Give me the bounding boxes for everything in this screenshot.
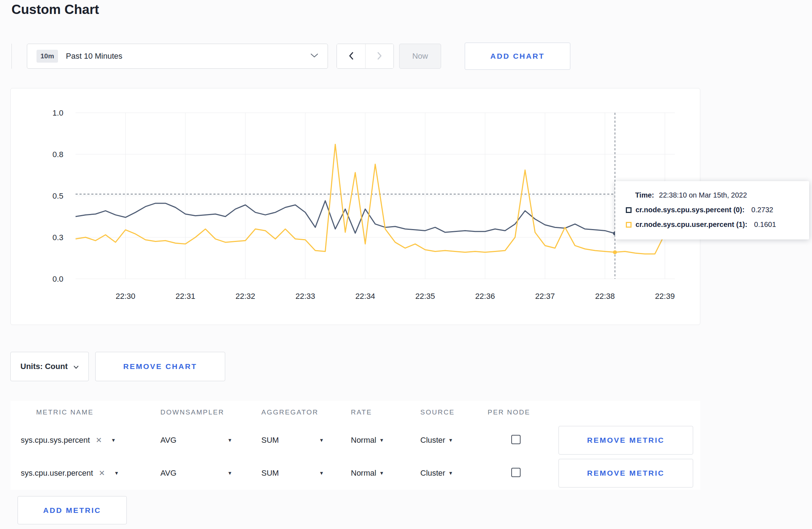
source-select[interactable]: Cluster ▾	[420, 436, 452, 445]
tooltip-series-name-user: cr.node.sys.cpu.user.percent (1):	[635, 220, 747, 229]
svg-text:22:38: 22:38	[595, 292, 615, 301]
metric-row: sys.cpu.sys.percent ✕ ▾ AVG ▾ SUM ▾ Norm…	[21, 424, 700, 457]
dropdown-arrow-icon: ▾	[380, 437, 383, 443]
dropdown-arrow-icon: ▾	[228, 470, 231, 476]
next-range-button[interactable]	[365, 44, 393, 68]
tooltip-time-value: 22:38:10 on Mar 15th, 2022	[659, 191, 747, 199]
per-node-checkbox[interactable]	[511, 468, 521, 477]
aggregator-value: SUM	[261, 436, 279, 445]
metric-name: sys.cpu.user.percent	[21, 469, 93, 478]
series-swatch-user	[626, 222, 632, 228]
time-range-label: Past 10 Minutes	[66, 52, 122, 61]
metric-row: sys.cpu.user.percent ✕ ▾ AVG ▾ SUM ▾ Nor…	[21, 457, 700, 490]
tooltip-series-value-sys: 0.2732	[751, 206, 773, 214]
metric-name: sys.cpu.sys.percent	[21, 436, 90, 445]
chart-tooltip: Time: 22:38:10 on Mar 15th, 2022 cr.node…	[615, 181, 809, 239]
svg-text:0.0: 0.0	[52, 275, 63, 283]
header-per-node: PER NODE	[488, 408, 559, 416]
line-chart[interactable]: 1.00.80.50.30.022:3022:3122:3222:3322:34…	[11, 88, 700, 325]
tooltip-series-row-sys: cr.node.sys.cpu.sys.percent (0): 0.2732	[626, 206, 798, 214]
downsampler-select[interactable]: AVG ▾	[160, 469, 231, 478]
dropdown-arrow-icon: ▾	[112, 437, 115, 443]
svg-text:22:34: 22:34	[356, 292, 375, 301]
per-node-checkbox[interactable]	[511, 435, 521, 444]
tooltip-series-value-user: 0.1601	[754, 220, 776, 229]
metrics-table-header: METRIC NAME DOWNSAMPLER AGGREGATOR RATE …	[21, 401, 700, 424]
dropdown-arrow-icon: ▾	[380, 470, 383, 476]
toolbar: 10m Past 10 Minutes Now ADD CHART	[11, 43, 570, 70]
dropdown-arrow-icon: ▾	[320, 437, 323, 443]
rate-value: Normal	[351, 436, 376, 445]
metric-name-select[interactable]: sys.cpu.sys.percent ✕ ▾	[21, 436, 115, 445]
dropdown-arrow-icon: ▾	[115, 470, 118, 476]
chevron-down-icon	[310, 53, 318, 59]
svg-text:1.0: 1.0	[52, 108, 63, 117]
toolbar-left-divider	[11, 44, 12, 69]
svg-text:22:33: 22:33	[295, 292, 315, 301]
svg-text:0.5: 0.5	[52, 191, 63, 200]
chevron-down-icon	[73, 362, 79, 371]
source-value: Cluster	[420, 469, 445, 478]
source-select[interactable]: Cluster ▾	[420, 469, 452, 478]
tooltip-time: Time: 22:38:10 on Mar 15th, 2022	[635, 191, 798, 199]
svg-text:22:32: 22:32	[236, 292, 255, 301]
svg-text:0.8: 0.8	[52, 150, 63, 159]
svg-text:22:39: 22:39	[655, 292, 675, 301]
svg-text:22:30: 22:30	[116, 292, 135, 301]
dropdown-arrow-icon: ▾	[228, 437, 231, 443]
metrics-table: METRIC NAME DOWNSAMPLER AGGREGATOR RATE …	[10, 401, 700, 490]
chart-card: 1.00.80.50.30.022:3022:3122:3222:3322:34…	[10, 88, 700, 325]
page-title: Custom Chart	[11, 2, 99, 17]
dropdown-arrow-icon: ▾	[449, 470, 452, 476]
metric-name-select[interactable]: sys.cpu.user.percent ✕ ▾	[21, 469, 118, 478]
svg-text:22:37: 22:37	[535, 292, 555, 301]
dropdown-arrow-icon: ▾	[449, 437, 452, 443]
time-pager	[337, 44, 394, 69]
header-rate: RATE	[351, 408, 420, 416]
dropdown-arrow-icon: ▾	[320, 470, 323, 476]
series-swatch-sys	[626, 207, 632, 213]
svg-text:22:36: 22:36	[475, 292, 495, 301]
clear-metric-icon[interactable]: ✕	[99, 469, 105, 477]
rate-value: Normal	[351, 469, 376, 478]
aggregator-value: SUM	[261, 469, 279, 478]
downsampler-select[interactable]: AVG ▾	[160, 436, 231, 445]
time-range-dropdown[interactable]: 10m Past 10 Minutes	[27, 44, 328, 69]
svg-text:0.3: 0.3	[52, 233, 63, 242]
header-source: SOURCE	[420, 408, 488, 416]
remove-chart-button[interactable]: REMOVE CHART	[95, 352, 225, 381]
add-chart-button[interactable]: ADD CHART	[465, 43, 570, 70]
tooltip-time-label: Time:	[635, 191, 654, 199]
remove-metric-button[interactable]: REMOVE METRIC	[559, 459, 693, 487]
aggregator-select[interactable]: SUM ▾	[261, 469, 323, 478]
header-metric-name: METRIC NAME	[36, 408, 160, 416]
tooltip-series-name-sys: cr.node.sys.cpu.sys.percent (0):	[635, 206, 745, 214]
time-range-badge: 10m	[37, 50, 58, 63]
now-button[interactable]: Now	[399, 44, 441, 69]
clear-metric-icon[interactable]: ✕	[96, 436, 102, 445]
chevron-right-icon	[377, 52, 382, 61]
remove-metric-button[interactable]: REMOVE METRIC	[559, 426, 693, 455]
source-value: Cluster	[420, 436, 445, 445]
chevron-left-icon	[348, 52, 354, 61]
tooltip-series-row-user: cr.node.sys.cpu.user.percent (1): 0.1601	[626, 220, 798, 229]
units-dropdown[interactable]: Units: Count	[10, 352, 89, 381]
aggregator-select[interactable]: SUM ▾	[261, 436, 323, 445]
header-aggregator: AGGREGATOR	[261, 408, 351, 416]
rate-select[interactable]: Normal ▾	[351, 436, 383, 445]
svg-text:22:31: 22:31	[175, 292, 195, 301]
svg-text:22:35: 22:35	[415, 292, 435, 301]
chart-controls-row: Units: Count REMOVE CHART	[10, 352, 225, 381]
downsampler-value: AVG	[160, 436, 177, 445]
units-label: Units: Count	[20, 362, 68, 371]
downsampler-value: AVG	[160, 469, 177, 478]
add-metric-button[interactable]: ADD METRIC	[18, 496, 127, 524]
rate-select[interactable]: Normal ▾	[351, 469, 383, 478]
prev-range-button[interactable]	[337, 44, 365, 68]
header-downsampler: DOWNSAMPLER	[160, 408, 261, 416]
